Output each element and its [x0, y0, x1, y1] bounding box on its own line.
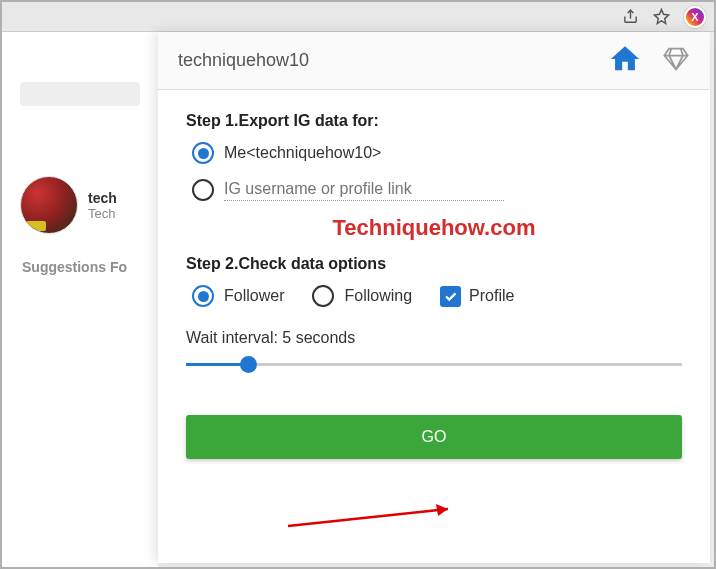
option-follower[interactable]: Follower: [192, 285, 284, 307]
home-icon[interactable]: [608, 42, 642, 80]
story-placeholder: [20, 82, 140, 106]
profile-username: tech: [88, 190, 117, 206]
radio-icon-unselected: [192, 179, 214, 201]
extension-popup: techniquehow10 Step 1.Export IG data for…: [158, 32, 710, 563]
step1-heading: Step 1.Export IG data for:: [186, 112, 682, 130]
star-icon[interactable]: [653, 8, 670, 25]
avatar: [20, 176, 78, 234]
radio-me-label: Me<techniquehow10>: [224, 144, 381, 162]
annotation-arrow: [288, 501, 468, 531]
instagram-background: tech Tech Suggestions Fo: [2, 32, 158, 569]
go-button[interactable]: GO: [186, 415, 682, 459]
wait-interval-label: Wait interval: 5 seconds: [186, 329, 682, 347]
slider-fill: [186, 363, 246, 366]
username-input[interactable]: [224, 178, 504, 201]
radio-icon-selected: [192, 142, 214, 164]
profile-label: Profile: [469, 287, 514, 305]
profile-displayname: Tech: [88, 206, 117, 221]
radio-icon-unselected: [312, 285, 334, 307]
radio-me[interactable]: Me<techniquehow10>: [192, 142, 682, 164]
following-label: Following: [344, 287, 412, 305]
popup-username: techniquehow10: [178, 50, 309, 71]
slider-track: [186, 363, 682, 366]
browser-toolbar: X: [2, 2, 714, 32]
slider-thumb: [240, 356, 257, 373]
watermark-text: Techniquehow.com: [186, 215, 682, 241]
extension-icon[interactable]: X: [684, 6, 706, 28]
suggestions-label: Suggestions Fo: [22, 259, 158, 275]
radio-other[interactable]: [192, 178, 682, 201]
radio-icon-selected: [192, 285, 214, 307]
svg-line-0: [288, 509, 448, 526]
diamond-icon[interactable]: [662, 45, 690, 77]
follower-label: Follower: [224, 287, 284, 305]
popup-header: techniquehow10: [158, 32, 710, 90]
checkbox-icon-checked: [440, 286, 461, 307]
option-following[interactable]: Following: [312, 285, 412, 307]
profile-row: tech Tech: [20, 176, 158, 234]
wait-interval-slider[interactable]: [186, 355, 682, 375]
step2-heading: Step 2.Check data options: [186, 255, 682, 273]
share-icon[interactable]: [622, 8, 639, 25]
option-profile[interactable]: Profile: [440, 286, 514, 307]
svg-marker-1: [436, 504, 448, 516]
